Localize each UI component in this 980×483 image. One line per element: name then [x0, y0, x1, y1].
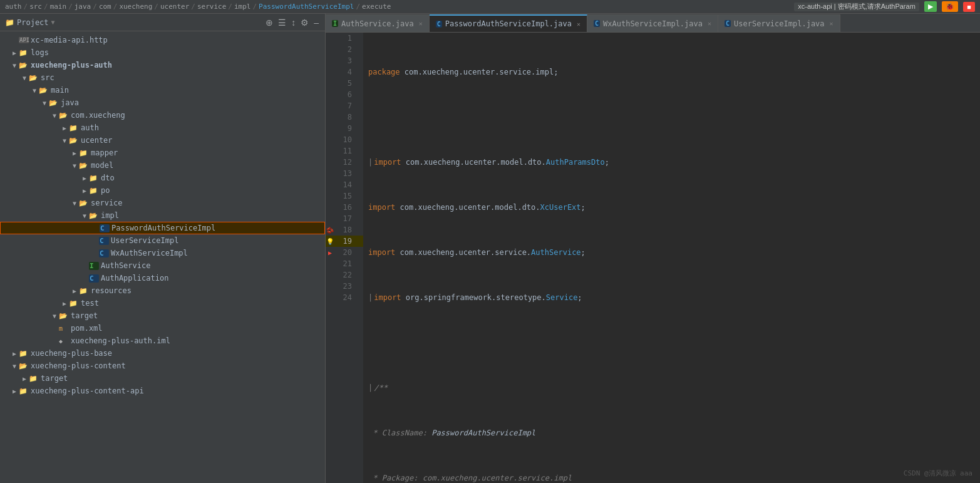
breadcrumb-service[interactable]: service	[197, 3, 226, 11]
tree-item-impl[interactable]: ▼ 📂 impl	[0, 209, 325, 222]
breadcrumb-method[interactable]: execute	[362, 3, 391, 11]
gutter-row-active: 💡 19	[326, 236, 363, 247]
tree-label: service	[91, 199, 123, 207]
folder-icon: 📁	[89, 174, 99, 182]
code-line-7	[368, 337, 980, 348]
close-tab-btn[interactable]: ✕	[708, 20, 711, 27]
tree-item-service[interactable]: ▼ 📂 service	[0, 197, 325, 209]
top-bar-right: ▶ 🐞 ■	[794, 1, 975, 12]
tree-item-auth[interactable]: ▶ 📁 auth	[0, 122, 325, 134]
folder-icon: 📂	[19, 362, 29, 370]
tree-item-ucenter[interactable]: ▼ 📂 ucenter	[0, 134, 325, 147]
iml-icon: ◆	[59, 338, 69, 345]
tree-item-src[interactable]: ▼ 📂 src	[0, 71, 325, 84]
debug-button[interactable]: 🐞	[942, 1, 958, 12]
tree-item-main[interactable]: ▼ 📂 main	[0, 84, 325, 96]
close-tab-btn[interactable]: ✕	[830, 20, 833, 27]
folder-icon: 📁	[89, 187, 99, 195]
sidebar-actions: ⊕ ☰ ↕ ⚙ –	[264, 18, 320, 28]
code-line-4: import com.xuecheng.ucenter.model.dto.Xc…	[368, 202, 980, 213]
tree-label: xuecheng-plus-auth	[31, 61, 112, 70]
gutter-row: 22	[326, 269, 363, 281]
tree-item-logs[interactable]: ▶ 📁 logs	[0, 46, 325, 59]
watermark: CSDN @清风微凉 aaa	[904, 469, 972, 478]
collapse-all-button[interactable]: ☰	[277, 18, 287, 28]
breadcrumb-com[interactable]: com	[99, 3, 111, 11]
folder-icon: 📁	[79, 149, 89, 157]
breadcrumb-impl[interactable]: impl	[234, 3, 251, 11]
tab-icon: C	[594, 20, 600, 27]
gutter-row: 8	[326, 112, 363, 123]
tab-PasswordAuthServiceImpl[interactable]: C PasswordAuthServiceImpl.java ✕	[430, 14, 587, 32]
folder-icon: 📁	[19, 49, 29, 57]
settings-button[interactable]: ⚙	[299, 18, 310, 28]
tree-item-model[interactable]: ▼ 📂 model	[0, 159, 325, 172]
tree-item-xuecheng-plus-content[interactable]: ▼ 📂 xuecheng-plus-content	[0, 360, 325, 372]
tree-item-resources[interactable]: ▶ 📁 resources	[0, 284, 325, 297]
tree-item-xc-media-api[interactable]: API xc-media-api.http	[0, 34, 325, 46]
tree-item-target[interactable]: ▼ 📂 target	[0, 309, 325, 322]
pom-icon: m	[59, 325, 69, 332]
code-line-9: * ClassName: PasswordAuthServiceImpl	[368, 427, 980, 439]
tree-item-PasswordAuthServiceImpl[interactable]: C PasswordAuthServiceImpl	[0, 222, 325, 234]
tree-item-iml[interactable]: ◆ xuecheng-plus-auth.iml	[0, 335, 325, 347]
code-line-5: import com.xuecheng.ucenter.service.Auth…	[368, 247, 980, 258]
search-input[interactable]	[794, 3, 919, 11]
breadcrumb-ucenter[interactable]: ucenter	[160, 3, 189, 11]
tree-item-xuecheng-plus-base[interactable]: ▶ 📁 xuecheng-plus-base	[0, 347, 325, 360]
tree-item-java[interactable]: ▼ 📂 java	[0, 96, 325, 109]
tree-label: impl	[101, 211, 119, 220]
gutter-row: 🫘 18	[326, 224, 363, 236]
stop-button[interactable]: ■	[963, 2, 975, 12]
tree-item-po[interactable]: ▶ 📁 po	[0, 184, 325, 197]
breadcrumb-src[interactable]: src	[29, 3, 42, 11]
tab-WxAuthServiceImpl[interactable]: C WxAuthServiceImpl.java ✕	[587, 14, 718, 32]
tree-item-mapper[interactable]: ▶ 📁 mapper	[0, 147, 325, 159]
close-tab-btn[interactable]: ✕	[419, 20, 423, 27]
gutter-row: 5	[326, 78, 363, 89]
tree-item-UserServiceImpl[interactable]: C UserServiceImpl	[0, 234, 325, 247]
tree-item-pom[interactable]: m pom.xml	[0, 322, 325, 335]
folder-open-icon: 📂	[19, 61, 29, 70]
close-tab-btn[interactable]: ✕	[577, 21, 580, 28]
tree-item-AuthService[interactable]: I AuthService	[0, 259, 325, 272]
tab-UserServiceImpl[interactable]: C UserServiceImpl.java ✕	[718, 14, 840, 32]
breadcrumb-class[interactable]: PasswordAuthServiceImpl	[259, 3, 354, 11]
tree-label: mapper	[91, 148, 118, 157]
sort-button[interactable]: ↕	[290, 18, 297, 28]
tree-label: pom.xml	[71, 324, 103, 333]
tree-item-target2[interactable]: ▶ 📁 target	[0, 372, 325, 385]
tree-item-com-xuecheng[interactable]: ▼ 📂 com.xuecheng	[0, 109, 325, 122]
code-editor[interactable]: 1 2 3 4 5	[326, 33, 980, 483]
run-button[interactable]: ▶	[924, 1, 937, 12]
minimize-button[interactable]: –	[312, 18, 320, 28]
tree-label: target	[71, 311, 98, 320]
tree-item-xuecheng-plus-content-api[interactable]: ▶ 📁 xuecheng-plus-content-api	[0, 385, 325, 397]
tab-AuthService[interactable]: I AuthService.java ✕	[326, 14, 430, 32]
folder-icon: 📂	[79, 162, 89, 170]
breadcrumb-main[interactable]: main	[50, 3, 67, 11]
tree-item-test[interactable]: ▶ 📁 test	[0, 297, 325, 309]
tab-label: PasswordAuthServiceImpl.java	[445, 19, 572, 28]
tree-item-WxAuthServiceImpl[interactable]: C WxAuthServiceImpl	[0, 247, 325, 259]
code-line-3: |import com.xuecheng.ucenter.model.dto.A…	[368, 157, 980, 168]
tab-icon: I	[332, 20, 338, 27]
tree-item-dto[interactable]: ▶ 📁 dto	[0, 172, 325, 184]
code-content[interactable]: package com.xuecheng.ucenter.service.imp…	[363, 33, 980, 483]
breadcrumb-xuecheng[interactable]: xuecheng	[119, 3, 152, 11]
tab-label: WxAuthServiceImpl.java	[603, 19, 703, 28]
spring-class-icon: C	[89, 274, 99, 283]
folder-icon: 📂	[29, 74, 39, 82]
gutter-row: 11	[326, 145, 363, 157]
add-button[interactable]: ⊕	[264, 18, 274, 28]
gutter-row: 2	[326, 44, 363, 55]
tree-item-xuecheng-plus-auth[interactable]: ▼ 📂 xuecheng-plus-auth	[0, 59, 325, 71]
breadcrumb-auth[interactable]: auth	[5, 3, 22, 11]
gutter-row: 7	[326, 100, 363, 112]
code-line-2	[368, 112, 980, 123]
gutter-row: 6	[326, 89, 363, 100]
tree-item-AuthApplication[interactable]: C AuthApplication	[0, 272, 325, 284]
folder-icon: 📁	[19, 387, 29, 395]
breadcrumb-java[interactable]: java	[75, 3, 91, 11]
gutter-row: 13	[326, 168, 363, 179]
